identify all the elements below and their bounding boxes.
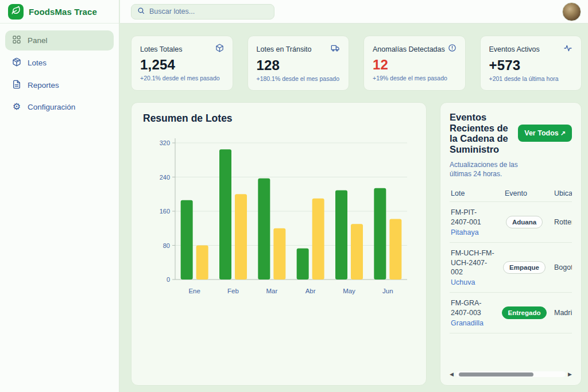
svg-text:Abr: Abr xyxy=(305,288,316,294)
location-cell: Bogotá xyxy=(554,263,572,271)
stat-label: Lotes en Tránsito xyxy=(257,45,312,53)
stats-row: Lotes Totales 1,254 +20.1% desde el mes … xyxy=(131,36,582,91)
lote-product-link[interactable]: Pitahaya xyxy=(451,228,494,236)
app-logo xyxy=(8,4,24,20)
sidebar-nav: Panel Lotes Reportes ⚙ Configuración xyxy=(0,24,119,123)
view-all-button[interactable]: Ver Todos↗ xyxy=(518,125,572,142)
col-header-evento: Evento xyxy=(494,189,554,197)
stat-label: Lotes Totales xyxy=(140,45,182,53)
stat-card-anomalias: Anomalías Detectadas 12 +19% desde el me… xyxy=(363,36,466,91)
sidebar-item-reportes[interactable]: Reportes xyxy=(5,75,114,95)
arrow-up-right-icon: ↗ xyxy=(560,130,566,137)
stat-card-lotes-totales: Lotes Totales 1,254 +20.1% desde el mes … xyxy=(131,36,233,91)
file-report-icon xyxy=(12,80,21,91)
event-badge: Aduana xyxy=(506,216,543,228)
sidebar-item-label: Reportes xyxy=(28,81,59,90)
brand-title: FoodsMas Trace xyxy=(29,7,97,17)
sidebar-item-lotes[interactable]: Lotes xyxy=(5,53,114,73)
leaf-icon xyxy=(11,6,21,17)
table-row: FM-GRA-2407-003 Granadilla Entregado Mad… xyxy=(450,293,572,333)
svg-text:May: May xyxy=(343,288,355,294)
stat-note: +201 desde la última hora xyxy=(489,75,573,82)
stat-card-lotes-transito: Lotes en Tránsito 128 +180.1% desde el m… xyxy=(247,36,350,91)
lotes-bar-chart: 080160240320EneFebMarAbrMayJun xyxy=(143,134,414,301)
svg-text:Ene: Ene xyxy=(188,288,200,294)
table-row: FM-UCH-FM-UCH-2407-002 Uchuva Empaque Bo… xyxy=(450,243,572,293)
lote-id: FM-PIT-2407-001 xyxy=(451,208,494,227)
stat-value: 1,254 xyxy=(140,57,224,73)
chart-title: Resumen de Lotes xyxy=(143,112,415,125)
events-table: Lote Evento Ubicación FM-PIT-2407-001 Pi… xyxy=(450,185,572,333)
scroll-left-arrow-icon[interactable]: ◀ xyxy=(450,371,454,377)
sidebar-item-panel[interactable]: Panel xyxy=(5,30,114,51)
sidebar-item-label: Panel xyxy=(28,36,48,45)
horizontal-scrollbar: ◀ ▶ xyxy=(450,369,572,378)
svg-text:80: 80 xyxy=(163,242,170,249)
scroll-right-arrow-icon[interactable]: ▶ xyxy=(568,371,572,377)
event-badge: Entregado xyxy=(502,306,547,319)
topbar xyxy=(120,0,588,24)
stat-label: Eventos Activos xyxy=(489,45,540,53)
location-cell: Madrid xyxy=(554,309,572,317)
events-title: Eventos Recientes de la Cadena de Sumini… xyxy=(450,112,513,155)
lote-product-link[interactable]: Uchuva xyxy=(451,278,494,286)
chart-card: Resumen de Lotes 080160240320EneFebMarAb… xyxy=(131,102,427,386)
events-table-header: Lote Evento Ubicación xyxy=(450,185,572,202)
main-content: Lotes Totales 1,254 +20.1% desde el mes … xyxy=(120,24,588,392)
col-header-ubicacion: Ubicación xyxy=(554,189,572,197)
svg-text:Feb: Feb xyxy=(227,288,239,294)
search-icon xyxy=(137,6,145,17)
table-row: FM-PIT-2407-001 Pitahaya Aduana Rotterda… xyxy=(450,202,572,243)
search-input[interactable] xyxy=(149,7,268,15)
location-cell: Rotterdam xyxy=(554,218,572,226)
stat-value: 12 xyxy=(373,57,457,73)
scrollbar-thumb[interactable] xyxy=(459,372,533,377)
col-header-lote: Lote xyxy=(450,189,494,197)
stat-card-eventos-activos: Eventos Activos +573 +201 desde la últim… xyxy=(480,36,582,91)
events-subtitle: Actualizaciones de las últimas 24 horas. xyxy=(450,160,536,178)
stat-value: 128 xyxy=(257,57,341,73)
stat-note: +20.1% desde el mes pasado xyxy=(140,75,224,81)
lote-id: FM-GRA-2407-003 xyxy=(451,298,494,318)
lote-id: FM-UCH-FM-UCH-2407-002 xyxy=(451,249,494,278)
sidebar: FoodsMas Trace Panel Lotes xyxy=(0,0,119,392)
event-badge: Empaque xyxy=(503,261,546,274)
svg-text:Jun: Jun xyxy=(382,288,393,294)
gear-icon: ⚙ xyxy=(12,102,21,111)
activity-icon xyxy=(563,44,572,55)
svg-text:320: 320 xyxy=(160,139,170,146)
package-icon xyxy=(215,44,224,55)
stat-note: +19% desde el mes pasado xyxy=(373,75,457,81)
sidebar-item-label: Lotes xyxy=(28,59,47,67)
alert-circle-icon xyxy=(448,44,457,55)
sidebar-header: FoodsMas Trace xyxy=(0,0,119,24)
dashboard-grid-icon xyxy=(12,35,21,46)
user-avatar[interactable] xyxy=(562,2,581,21)
stat-note: +180.1% desde el mes pasado xyxy=(257,75,341,82)
sidebar-item-configuracion[interactable]: ⚙ Configuración xyxy=(5,98,114,116)
search-box[interactable] xyxy=(131,4,274,20)
stat-value: +573 xyxy=(489,57,573,73)
lote-product-link[interactable]: Granadilla xyxy=(451,319,494,327)
svg-text:Mar: Mar xyxy=(266,288,277,294)
svg-text:240: 240 xyxy=(160,174,170,181)
stat-label: Anomalías Detectadas xyxy=(373,45,445,53)
scrollbar-track[interactable] xyxy=(456,371,566,377)
svg-text:160: 160 xyxy=(160,208,170,215)
svg-text:0: 0 xyxy=(167,276,170,283)
package-icon xyxy=(12,57,21,68)
events-panel: Eventos Recientes de la Cadena de Sumini… xyxy=(440,102,582,386)
sidebar-item-label: Configuración xyxy=(28,103,75,111)
truck-icon xyxy=(331,44,340,55)
